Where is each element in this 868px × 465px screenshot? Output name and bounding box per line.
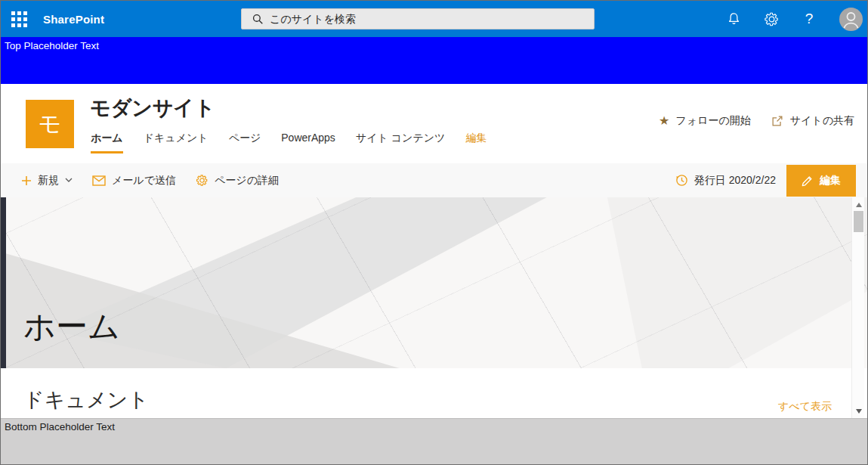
person-icon — [839, 8, 863, 31]
command-bar-left: 新規 メールで送信 ページの詳細 — [21, 163, 279, 197]
command-bar-right: 発行日 2020/2/22 編集 — [675, 163, 856, 197]
top-placeholder-banner: Top Placeholder Text — [1, 37, 867, 84]
edit-page-label: 編集 — [820, 174, 841, 188]
vertical-scrollbar[interactable] — [851, 197, 864, 418]
page-title: ホーム — [23, 305, 120, 348]
settings-button[interactable] — [762, 10, 780, 28]
plus-icon — [21, 175, 32, 186]
site-header-actions: ★ フォローの開始 サイトの共有 — [659, 114, 854, 128]
nav-item-powerapps[interactable]: PowerApps — [281, 132, 335, 153]
nav-item-documents[interactable]: ドキュメント — [144, 132, 209, 153]
nav-item-pages[interactable]: ページ — [229, 132, 261, 153]
hero-image-texture — [1, 197, 867, 368]
nav-item-site-contents[interactable]: サイト コンテンツ — [356, 132, 446, 153]
page-details-label: ページの詳細 — [215, 174, 279, 188]
hero-banner: ホーム — [1, 197, 867, 368]
gear-icon — [764, 11, 780, 27]
suite-actions: ? — [724, 1, 863, 37]
star-icon: ★ — [659, 115, 669, 127]
documents-title: ドキュメント — [23, 386, 149, 414]
share-icon — [771, 114, 784, 128]
new-button[interactable]: 新規 — [21, 174, 73, 188]
site-header: モ モダンサイト ホーム ドキュメント ページ PowerApps サイト コン… — [1, 84, 867, 163]
scroll-down-button[interactable] — [852, 405, 865, 417]
scroll-up-button[interactable] — [852, 199, 865, 210]
send-by-email-button[interactable]: メールで送信 — [92, 174, 176, 188]
share-label: サイトの共有 — [790, 114, 854, 128]
help-icon: ? — [805, 11, 814, 27]
chevron-down-icon — [65, 178, 73, 183]
scroll-down-icon — [856, 409, 862, 414]
page-details-gear-icon — [196, 174, 209, 187]
documents-webpart: ドキュメント すべて表示 — [1, 368, 867, 418]
nav-item-home[interactable]: ホーム — [91, 132, 123, 153]
site-search-box[interactable] — [241, 8, 595, 29]
suite-bar: SharePoint ? — [1, 1, 867, 37]
see-all-link[interactable]: すべて表示 — [778, 400, 832, 414]
app-name: SharePoint — [43, 13, 104, 26]
site-title: モダンサイト — [90, 95, 215, 122]
nav-item-edit-links[interactable]: 編集 — [465, 132, 487, 153]
send-by-email-label: メールで送信 — [112, 174, 176, 188]
search-icon — [252, 14, 264, 25]
bottom-placeholder-banner: Bottom Placeholder Text — [1, 418, 867, 464]
sharepoint-window: SharePoint ? — [0, 0, 868, 465]
edit-page-button[interactable]: 編集 — [786, 165, 856, 197]
site-logo-letter: モ — [39, 109, 62, 140]
page-details-button[interactable]: ページの詳細 — [196, 174, 279, 188]
pencil-icon — [802, 175, 814, 187]
follow-site-button[interactable]: ★ フォローの開始 — [659, 114, 751, 128]
help-button[interactable]: ? — [800, 10, 818, 28]
notifications-button[interactable] — [724, 10, 743, 28]
scroll-up-icon — [856, 203, 862, 207]
site-logo[interactable]: モ — [26, 100, 74, 148]
follow-label: フォローの開始 — [675, 114, 750, 128]
search-input[interactable] — [270, 13, 588, 25]
account-avatar[interactable] — [839, 8, 863, 31]
app-launcher-button[interactable] — [1, 1, 37, 37]
bottom-placeholder-text: Bottom Placeholder Text — [1, 419, 867, 432]
command-bar: 新規 メールで送信 ページの詳細 — [1, 163, 867, 197]
envelope-icon — [92, 175, 106, 186]
published-date-label: 発行日 2020/2/22 — [694, 174, 776, 188]
bell-icon — [727, 11, 741, 26]
published-status: 発行日 2020/2/22 — [675, 174, 776, 188]
top-placeholder-text: Top Placeholder Text — [1, 37, 867, 51]
share-site-button[interactable]: サイトの共有 — [771, 114, 854, 128]
scrollbar-thumb[interactable] — [854, 211, 863, 232]
hero-image-edge — [1, 197, 6, 368]
waffle-icon — [11, 11, 27, 27]
site-navigation: ホーム ドキュメント ページ PowerApps サイト コンテンツ 編集 — [91, 132, 487, 153]
history-clock-icon — [675, 174, 688, 187]
new-label: 新規 — [38, 174, 59, 188]
